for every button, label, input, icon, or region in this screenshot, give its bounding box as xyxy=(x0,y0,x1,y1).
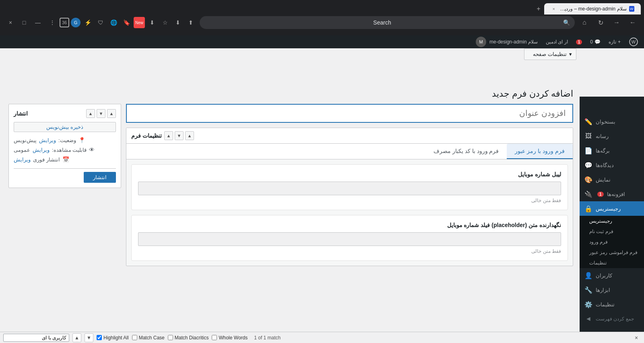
form-settings-controls: ▲ ▼ ▲ xyxy=(164,131,194,140)
sub-settings-label: تنظیمات xyxy=(589,260,607,266)
match-case-checkbox[interactable] xyxy=(132,335,137,340)
admin-bar-items: + تازه 💬 0 1 ار ای ادمین سلام me-design-… xyxy=(5,35,625,48)
sidebar-item-collapse[interactable]: جمع کردن فهرست ◄ xyxy=(580,312,644,326)
find-bar-input[interactable] xyxy=(3,334,69,342)
sidebar-registrypress-label: رجیستریس xyxy=(596,206,621,212)
sidebar-item-users[interactable]: کاربران 👤 xyxy=(580,268,644,283)
find-next-button[interactable]: ▼ xyxy=(85,333,93,342)
publish-expand-btn[interactable]: ▲ xyxy=(86,109,95,118)
publish-schedule-link[interactable]: ویرایش xyxy=(14,157,31,163)
sidebar-item-plugins[interactable]: افزونه‌ها 1 🔌 xyxy=(580,187,644,201)
nav-forward-button[interactable]: → xyxy=(610,16,623,29)
page-settings-area: ▾ تنظیمات صفحه xyxy=(524,48,576,65)
sidebar-sub-register[interactable]: فرم ثبت نام xyxy=(580,226,644,237)
publish-box-header: ▲ ▼ ▲ انتشار xyxy=(14,109,116,118)
nav-home-button[interactable]: ⌂ xyxy=(578,16,591,29)
publish-visibility-link[interactable]: ویرایش xyxy=(33,147,50,153)
close-button[interactable]: × xyxy=(5,17,16,28)
sidebar: بستخوان ✏️ رسانه 🖼 برگه‌ها 📄 دیدگاه‌ها 💬… xyxy=(580,97,644,343)
mobile-label-input[interactable] xyxy=(138,182,561,195)
svg-text:W: W xyxy=(632,39,636,44)
admin-bar-comments[interactable]: 💬 0 xyxy=(586,35,605,48)
publish-status-link[interactable]: ویرایش xyxy=(39,137,56,143)
sidebar-item-pages[interactable]: برگه‌ها 📄 xyxy=(580,143,644,158)
form-tab-otp[interactable]: فرم ورود با کد یکبار مصرف xyxy=(425,144,507,159)
mobile-placeholder-input[interactable] xyxy=(138,232,561,246)
publish-sidebar: ▲ ▼ ▲ انتشار ذخیره بیش‌نویس 📍 وضعیت: ویر… xyxy=(6,104,121,271)
page-title: اضافه کردن فرم جدید xyxy=(492,89,573,99)
form-settings-header: ▲ ▼ ▲ تنظیمات فرم xyxy=(126,128,573,144)
highlight-all-checkbox-item[interactable]: Highlight All xyxy=(97,335,129,341)
sidebar-media-label: رسانه xyxy=(596,133,609,139)
find-prev-button[interactable]: ▲ xyxy=(72,333,81,342)
highlight-all-checkbox[interactable] xyxy=(97,335,102,340)
pocket2-icon[interactable]: 🔖 xyxy=(121,17,132,28)
sidebar-item-appearance[interactable]: نمایش 🎨 xyxy=(580,172,644,187)
ext1-icon[interactable]: 🛡 xyxy=(95,17,106,28)
title-input[interactable] xyxy=(126,104,573,123)
publish-up-btn[interactable]: ▲ xyxy=(107,109,116,118)
nav-back-button[interactable]: ← xyxy=(626,16,639,29)
sidebar-sub-registrypress[interactable]: رجیستریس xyxy=(580,216,644,226)
publish-button[interactable]: انتشار xyxy=(84,172,116,183)
extensions-icon[interactable]: ⬆ xyxy=(185,17,196,28)
sidebar-item-tools[interactable]: ابزارها 🔧 xyxy=(580,283,644,297)
sidebar-appearance-label: نمایش xyxy=(596,177,611,183)
content-wrapper: بستخوان ✏️ رسانه 🖼 برگه‌ها 📄 دیدگاه‌ها 💬… xyxy=(0,84,644,343)
tab-close-icon[interactable]: × xyxy=(551,6,557,12)
sidebar-item-registrypress[interactable]: رجیستریس 🔒 xyxy=(580,201,644,216)
form-settings-down-btn[interactable]: ▼ xyxy=(175,131,184,140)
match-diacritics-checkbox-item[interactable]: Match Diacritics xyxy=(168,335,209,341)
wp-logo[interactable]: W xyxy=(628,36,639,48)
tab-favicon: W xyxy=(629,6,634,12)
sub-registrypress-label: رجیستریس xyxy=(589,218,612,224)
sidebar-sub-login[interactable]: فرم ورود xyxy=(580,237,644,247)
save-draft-button[interactable]: ذخیره بیش‌نویس xyxy=(14,122,116,132)
bookmarks-icon[interactable]: ☆ xyxy=(159,17,171,28)
admin-bar-updates[interactable]: 1 xyxy=(572,35,586,48)
form-settings-up-btn[interactable]: ▲ xyxy=(185,131,194,140)
tabs-count-icon[interactable]: 36 xyxy=(60,18,69,27)
minimize-button[interactable]: — xyxy=(32,17,43,28)
form-tab-password[interactable]: فرم ورود با رمز عبور xyxy=(507,144,573,159)
admin-bar-new-icon: + xyxy=(618,39,621,45)
admin-bar-site[interactable]: ار ای ادمین xyxy=(542,35,572,48)
downloads-icon[interactable]: ⬇ xyxy=(147,17,158,28)
sidebar-pages-label: برگه‌ها xyxy=(596,148,610,154)
sidebar-tools-label: ابزارها xyxy=(596,287,610,293)
sidebar-item-comments[interactable]: دیدگاه‌ها 💬 xyxy=(580,158,644,172)
ext2-icon[interactable]: ⚡ xyxy=(82,17,93,28)
sidebar-item-settings[interactable]: تنظیمات ⚙️ xyxy=(580,297,644,312)
browser-tab-active[interactable]: W سلام me-design-admin – وردپرس × xyxy=(544,3,641,14)
maximize-button[interactable]: □ xyxy=(19,17,30,28)
menu-icon[interactable]: ⋮ xyxy=(47,17,58,28)
whole-words-checkbox-item[interactable]: Whole Words xyxy=(212,335,248,341)
admin-bar-new[interactable]: + تازه xyxy=(605,35,625,48)
sidebar-sub-settings[interactable]: تنظیمات xyxy=(580,258,644,268)
address-bar[interactable]: 🔍 Search xyxy=(200,16,575,29)
form-tabs: فرم ورود با رمز عبور فرم ورود با کد یکبا… xyxy=(126,144,573,159)
page-settings-toggle[interactable]: ▾ تنظیمات صفحه xyxy=(524,48,576,60)
container-icon[interactable]: 🌐 xyxy=(108,17,119,28)
registrypress-icon: 🔒 xyxy=(584,205,592,213)
new-tab-button[interactable]: + xyxy=(533,3,544,14)
match-case-checkbox-item[interactable]: Match Case xyxy=(132,335,165,341)
find-close-button[interactable]: × xyxy=(632,333,641,342)
sidebar-item-posts[interactable]: بستخوان ✏️ xyxy=(580,114,644,129)
match-diacritics-checkbox[interactable] xyxy=(168,335,173,340)
nav-refresh-button[interactable]: ↻ xyxy=(594,16,607,29)
publish-down-btn[interactable]: ▼ xyxy=(97,109,105,118)
form-settings-expand-btn[interactable]: ▲ xyxy=(164,131,173,140)
admin-bar-howdy[interactable]: سلام me-design-admin M xyxy=(472,35,542,48)
sidebar-item-media[interactable]: رسانه 🖼 xyxy=(580,129,644,143)
main-inner: ▲ ▼ ▲ تنظیمات فرم فرم ورود با رمز عبور xyxy=(6,104,573,271)
match-case-label: Match Case xyxy=(139,335,165,341)
profile-icon[interactable]: G xyxy=(71,18,80,27)
publish-box-controls: ▲ ▼ ▲ xyxy=(86,109,116,118)
pocket-icon[interactable]: New xyxy=(134,17,145,28)
sidebar-sub-forgot[interactable]: فرم فراموشی رمز عبور xyxy=(580,247,644,258)
download-icon[interactable]: ⬇ xyxy=(172,17,184,28)
publish-box-title: انتشار xyxy=(14,110,28,117)
whole-words-checkbox[interactable] xyxy=(212,335,217,340)
browser-toolbar-icons: ⬆ ⬇ ☆ ⬇ New 🔖 🌐 🛡 ⚡ G 36 ⋮ xyxy=(47,17,196,28)
